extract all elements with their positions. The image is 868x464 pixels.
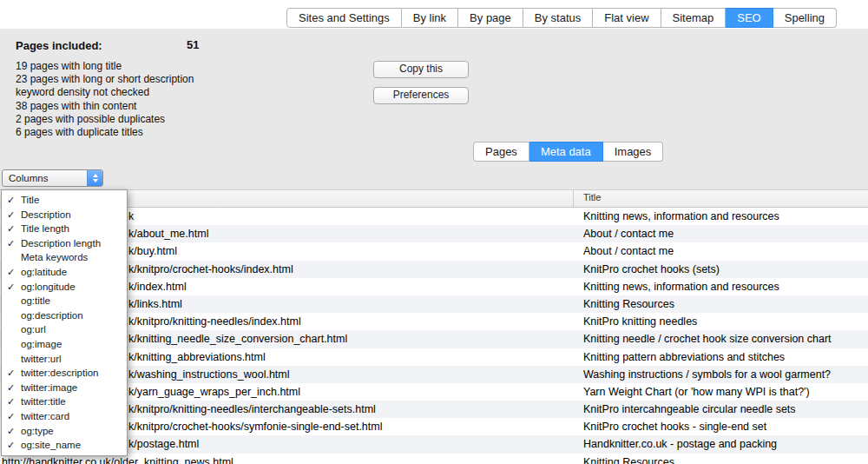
- table-row[interactable]: k/knitpro/knitting-needles/index.htmlKni…: [0, 313, 868, 330]
- url-cell: k/knitpro/knitting-needles/index.html: [128, 313, 301, 330]
- detail-tabs: PagesMeta dataImages: [473, 142, 663, 162]
- menu-item-label: og:image: [21, 339, 62, 349]
- tab-flat-view[interactable]: Flat view: [593, 8, 661, 28]
- tab-by-page[interactable]: By page: [458, 8, 523, 28]
- url-cell: k: [128, 208, 134, 225]
- menu-item-label: Meta keywords: [21, 252, 88, 262]
- tab-by-link[interactable]: By link: [402, 8, 458, 28]
- menu-item-label: twitter:title: [21, 396, 66, 407]
- pages-included-label: Pages included:: [16, 39, 102, 52]
- title-cell: KnitPro crochet hooks - single-end set: [583, 418, 766, 435]
- menu-item-label: Title: [21, 195, 39, 205]
- menu-item-title-length[interactable]: ✓Title length: [2, 222, 127, 236]
- tab-spelling[interactable]: Spelling: [773, 8, 837, 28]
- table-header: Title: [0, 189, 868, 208]
- table-row[interactable]: k/knitpro/crochet-hooks/index.htmlKnitPr…: [0, 261, 868, 278]
- table-row[interactable]: k/knitting_needle_size_conversion_chart.…: [0, 330, 868, 348]
- summary-line: 19 pages with long title: [16, 60, 194, 73]
- menu-item-title[interactable]: ✓Title: [2, 193, 127, 208]
- menu-item-label: twitter:url: [21, 354, 62, 364]
- title-cell: KnitPro knitting needles: [583, 313, 697, 330]
- pages-included-value: 51: [187, 38, 199, 51]
- menu-item-meta-keywords[interactable]: Meta keywords: [2, 250, 127, 265]
- table-row[interactable]: k/knitting_abbreviations.htmlKnitting pa…: [0, 348, 868, 366]
- title-cell: KnitPro crochet hooks (sets): [583, 261, 720, 278]
- table-row[interactable]: k/yarn_guage_wraps_per_inch.htmlYarn Wei…: [0, 383, 868, 401]
- menu-item-label: twitter:card: [21, 411, 69, 421]
- menu-item-og-latitude[interactable]: ✓og:latitude: [2, 265, 127, 280]
- menu-item-label: og:latitude: [21, 267, 67, 277]
- url-cell: k/washing_instructions_wool.html: [128, 366, 290, 383]
- menu-item-og-title[interactable]: og:title: [2, 294, 127, 308]
- title-cell: Yarn Weight Chart (or 'how many WPI is t…: [583, 383, 810, 401]
- title-cell: Knitting news, information and resources: [583, 208, 779, 225]
- url-cell: k/buy.html: [128, 242, 177, 260]
- summary-lines: 19 pages with long title23 pages with lo…: [16, 60, 194, 139]
- title-column-header[interactable]: Title: [583, 192, 601, 202]
- check-icon: ✓: [7, 208, 19, 222]
- menu-item-label: Description: [21, 209, 71, 220]
- check-icon: ✓: [7, 236, 19, 251]
- table-row[interactable]: k/about_me.htmlAbout / contact me: [0, 225, 868, 242]
- check-icon: ✓: [7, 438, 19, 453]
- check-icon: ✓: [7, 424, 19, 439]
- summary-line: 6 pages with duplicate titles: [16, 126, 194, 139]
- menu-item-og-url[interactable]: og:url: [2, 322, 127, 337]
- check-icon: ✓: [7, 381, 19, 395]
- columns-menu: ✓Title✓Description✓Title length✓Descript…: [1, 189, 128, 456]
- columns-popup-label: Columns: [3, 173, 87, 183]
- menu-item-twitter-url[interactable]: twitter:url: [2, 352, 127, 367]
- table-row[interactable]: k/knitpro/crochet-hooks/symfonie-single-…: [0, 418, 868, 435]
- title-cell: About / contact me: [583, 225, 674, 242]
- menu-item-twitter-title[interactable]: ✓twitter:title: [2, 394, 127, 409]
- url-cell: k/links.html: [128, 295, 182, 313]
- title-cell: Knitting needle / crochet hook size conv…: [583, 330, 832, 348]
- preferences-button[interactable]: Preferences: [373, 87, 469, 104]
- summary-line: 2 pages with possible duplicates: [16, 113, 194, 126]
- table-row[interactable]: k/links.htmlKnitting Resources: [0, 295, 868, 313]
- menu-item-og-description[interactable]: og:description: [2, 308, 127, 323]
- menu-item-label: og:longitude: [21, 282, 76, 292]
- menu-item-og-longitude[interactable]: ✓og:longitude: [2, 280, 127, 295]
- title-cell: Handknitter.co.uk - postage and packing: [583, 435, 777, 453]
- title-cell: Knitting Resources: [583, 454, 674, 464]
- menu-item-description-length[interactable]: ✓Description length: [2, 236, 127, 251]
- title-cell: Washing instructions / symbols for a woo…: [583, 366, 831, 383]
- menu-item-label: Description length: [21, 238, 101, 249]
- tab-sitemap[interactable]: Sitemap: [661, 8, 727, 28]
- url-cell: k/knitting_abbreviations.html: [128, 348, 266, 366]
- tab-pages[interactable]: Pages: [473, 142, 529, 162]
- menu-item-description[interactable]: ✓Description: [2, 208, 127, 222]
- copy-this-button[interactable]: Copy this: [373, 61, 469, 78]
- table-row[interactable]: k/index.htmlKnitting news, information a…: [0, 278, 868, 295]
- menu-item-og-site-name[interactable]: ✓og:site_name: [2, 438, 127, 453]
- table-row[interactable]: k/washing_instructions_wool.htmlWashing …: [0, 366, 868, 383]
- table-row[interactable]: k/buy.htmlAbout / contact me: [0, 242, 868, 260]
- check-icon: ✓: [7, 394, 19, 409]
- url-cell: k/yarn_guage_wraps_per_inch.html: [128, 383, 300, 401]
- title-cell: Knitting Resources: [583, 295, 674, 313]
- columns-popup-button[interactable]: Columns: [2, 169, 103, 187]
- menu-item-twitter-image[interactable]: ✓twitter:image: [2, 381, 127, 395]
- url-cell: k/knitpro/knitting-needles/interchangeab…: [128, 401, 376, 418]
- table-row[interactable]: kKnitting news, information and resource…: [0, 208, 868, 225]
- tab-by-status[interactable]: By status: [523, 8, 593, 28]
- tab-sites-and-settings[interactable]: Sites and Settings: [286, 8, 402, 28]
- tab-seo[interactable]: SEO: [726, 8, 773, 28]
- menu-item-og-type[interactable]: ✓og:type: [2, 424, 127, 439]
- url-cell: k/knitting_needle_size_conversion_chart.…: [128, 330, 347, 348]
- menu-item-twitter-card[interactable]: ✓twitter:card: [2, 409, 127, 424]
- tab-meta-data[interactable]: Meta data: [529, 142, 603, 162]
- table-row[interactable]: k/knitpro/knitting-needles/interchangeab…: [0, 401, 868, 418]
- menu-item-label: og:title: [21, 295, 50, 306]
- menu-item-label: Title length: [21, 223, 69, 234]
- table-row[interactable]: http://handknitter.co.uk/older_knitting_…: [0, 454, 868, 464]
- column-divider: [573, 190, 574, 207]
- menu-item-og-image[interactable]: og:image: [2, 337, 127, 352]
- check-icon: ✓: [7, 409, 19, 424]
- menu-item-twitter-description[interactable]: ✓twitter:description: [2, 366, 127, 381]
- tab-images[interactable]: Images: [603, 142, 664, 162]
- url-cell: k/postage.html: [128, 435, 199, 453]
- table-row[interactable]: k/postage.htmlHandknitter.co.uk - postag…: [0, 435, 868, 453]
- check-icon: ✓: [7, 222, 19, 236]
